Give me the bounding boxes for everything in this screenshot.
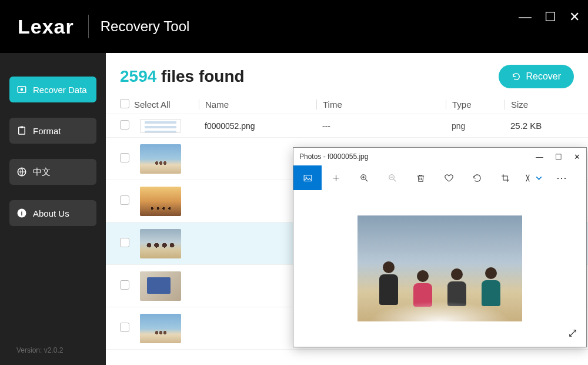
- files-found-label: files found: [161, 67, 245, 85]
- brand-logo: Lexar: [0, 15, 88, 38]
- col-size[interactable]: Size: [505, 99, 574, 110]
- add-button[interactable]: [322, 165, 350, 190]
- window-controls: — ☐ ✕: [519, 11, 580, 24]
- file-name: f0000052.png: [199, 121, 316, 131]
- col-select-all[interactable]: Select All: [134, 99, 199, 110]
- sidebar-item-format[interactable]: Format: [9, 118, 96, 144]
- delete-button[interactable]: [406, 165, 435, 190]
- maximize-icon[interactable]: ☐: [544, 11, 556, 24]
- file-thumbnail[interactable]: [140, 144, 181, 174]
- column-headers: Select All Name Time Type Size: [106, 97, 588, 114]
- sidebar-item-label: Format: [33, 126, 61, 136]
- viewer-close-icon[interactable]: ✕: [574, 153, 580, 161]
- svg-rect-2: [19, 127, 25, 134]
- sidebar-item-label: About Us: [33, 208, 69, 218]
- row-checkbox[interactable]: [120, 323, 129, 332]
- rotate-button[interactable]: [463, 165, 491, 190]
- row-checkbox[interactable]: [120, 238, 129, 247]
- viewer-maximize-icon[interactable]: ☐: [555, 153, 562, 161]
- refresh-icon: [512, 72, 521, 81]
- format-icon: [16, 125, 27, 136]
- globe-icon: [16, 167, 27, 177]
- zoom-in-button[interactable]: [350, 165, 378, 190]
- photo-viewer-toolbar: ⋯: [293, 165, 586, 190]
- main-panel: 2594 files found Recover Select All Name…: [106, 53, 588, 365]
- row-checkbox[interactable]: [120, 153, 129, 162]
- expand-button[interactable]: [567, 328, 578, 341]
- file-thumbnail[interactable]: [140, 119, 181, 133]
- version-label: Version: v2.0.2: [0, 346, 106, 365]
- file-thumbnail[interactable]: [140, 187, 181, 216]
- col-name[interactable]: Name: [199, 99, 316, 110]
- favorite-button[interactable]: [435, 165, 463, 190]
- view-image-button[interactable]: [293, 165, 322, 190]
- svg-text:i: i: [21, 210, 23, 217]
- sidebar-item-label: 中文: [33, 167, 51, 178]
- recover-icon: [16, 84, 27, 95]
- more-button[interactable]: ⋯: [547, 165, 576, 190]
- app-title: Recovery Tool: [89, 18, 190, 35]
- file-time: ---: [316, 121, 446, 131]
- select-all-checkbox[interactable]: [120, 99, 129, 108]
- sidebar-item-recover-data[interactable]: Recover Data: [9, 77, 96, 102]
- title-bar: Lexar Recovery Tool — ☐ ✕: [0, 0, 588, 53]
- photo-viewer-title: Photos - f0000055.jpg: [299, 152, 368, 161]
- recover-button-label: Recover: [526, 71, 561, 82]
- file-type: png: [446, 121, 505, 131]
- col-type[interactable]: Type: [446, 99, 505, 110]
- file-thumbnail[interactable]: [140, 229, 181, 258]
- zoom-out-button[interactable]: [378, 165, 406, 190]
- row-checkbox[interactable]: [120, 120, 129, 130]
- table-row[interactable]: f0000052.png --- png 25.2 KB: [106, 114, 588, 138]
- files-found-heading: 2594 files found: [120, 67, 245, 86]
- recover-button[interactable]: Recover: [499, 65, 574, 88]
- close-icon[interactable]: ✕: [569, 11, 580, 24]
- crop-button[interactable]: [491, 165, 519, 190]
- edit-button[interactable]: [519, 165, 547, 190]
- sidebar-item-about[interactable]: i About Us: [9, 200, 96, 226]
- file-thumbnail[interactable]: [140, 271, 181, 301]
- info-icon: i: [16, 208, 27, 218]
- svg-rect-3: [21, 127, 24, 128]
- sidebar-item-label: Recover Data: [33, 85, 87, 95]
- svg-rect-7: [304, 175, 312, 181]
- sidebar: Recover Data Format 中文 i About Us Versio…: [0, 53, 106, 365]
- photo-viewer-titlebar[interactable]: Photos - f0000055.jpg — ☐ ✕: [293, 148, 586, 165]
- photo-preview: [358, 215, 522, 321]
- file-thumbnail[interactable]: [140, 314, 181, 343]
- svg-point-1: [21, 88, 24, 91]
- row-checkbox[interactable]: [120, 195, 129, 205]
- photo-viewer-body: [293, 190, 586, 347]
- files-count: 2594: [120, 67, 156, 85]
- viewer-minimize-icon[interactable]: —: [536, 153, 543, 161]
- photo-viewer-window[interactable]: Photos - f0000055.jpg — ☐ ✕ ⋯: [293, 147, 587, 347]
- col-time[interactable]: Time: [316, 99, 446, 110]
- sidebar-item-language[interactable]: 中文: [9, 159, 96, 185]
- file-size: 25.2 KB: [505, 121, 574, 131]
- minimize-icon[interactable]: —: [519, 11, 532, 24]
- row-checkbox[interactable]: [120, 280, 129, 290]
